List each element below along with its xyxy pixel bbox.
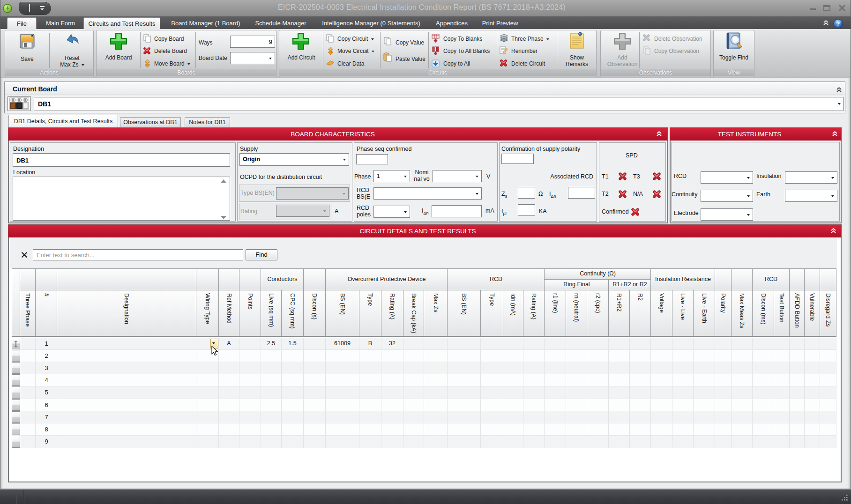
svg-text:?: ? [836, 21, 840, 27]
